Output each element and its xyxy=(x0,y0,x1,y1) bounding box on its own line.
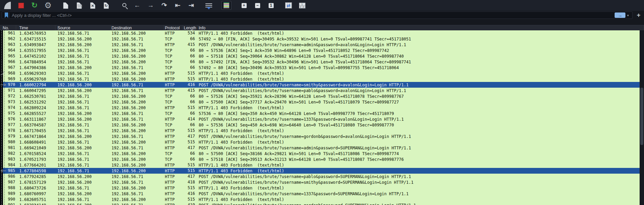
save-file-button[interactable]: 0101 1010 xyxy=(74,1,84,10)
cell-info: 80 → 57518 [ACK] Seq=39064 Ack=30862 Win… xyxy=(198,54,644,59)
cell-protocol: TCP xyxy=(164,48,183,53)
goto-packet-button[interactable]: ↷ xyxy=(159,1,169,10)
packet-row[interactable]: 9741.662809224192.168.56.71192.168.56.20… xyxy=(0,105,644,111)
start-capture-button[interactable] xyxy=(2,1,13,10)
open-file-button[interactable] xyxy=(60,1,71,10)
packet-row[interactable]: 9751.662855527192.168.56.200192.168.56.7… xyxy=(0,111,644,116)
packet-row[interactable]: 9831.670521793192.168.56.71192.168.56.20… xyxy=(0,156,644,162)
packet-row[interactable]: 9671.647904386192.168.56.200192.168.56.7… xyxy=(0,65,644,70)
cell-source: 192.168.56.200 xyxy=(55,174,111,179)
column-header-destination[interactable]: Destination xyxy=(111,25,164,30)
cell-info: POST /DVWA/vulnerabilities/brute/?userna… xyxy=(198,180,644,185)
column-header-source[interactable]: Source xyxy=(55,25,111,30)
cell-destination: 192.168.56.200 xyxy=(111,60,164,64)
scrollbar-thumb[interactable] xyxy=(640,88,643,145)
packet-row[interactable]: 9841.677664201192.168.56.71192.168.56.20… xyxy=(0,162,644,168)
stop-capture-button[interactable] xyxy=(16,1,26,10)
zoom-in-button[interactable]: + xyxy=(239,1,249,10)
zoom-out-button[interactable]: − xyxy=(252,1,263,10)
capture-options-button[interactable]: ⚙ xyxy=(43,1,53,10)
bookmark-icon[interactable] xyxy=(5,12,8,18)
packet-row[interactable]: 9791.667471864192.168.56.200192.168.56.7… xyxy=(0,134,644,139)
packet-row[interactable]: 9651.647452102192.168.56.71192.168.56.20… xyxy=(0,53,644,59)
packet-row[interactable]: 9801.668608491192.168.56.71192.168.56.20… xyxy=(0,139,644,145)
packet-row[interactable]: 9611.634576953192.168.56.71192.168.56.20… xyxy=(0,30,644,36)
packet-row[interactable]: 9731.662531292192.168.56.71192.168.56.20… xyxy=(0,99,644,105)
cell-length: 417 xyxy=(183,174,198,179)
column-header-time[interactable]: Time xyxy=(16,25,55,30)
next-packet-button[interactable]: → xyxy=(146,1,156,10)
packet-row[interactable]: 9681.659629303192.168.56.71192.168.56.20… xyxy=(0,70,644,76)
packet-row[interactable]: 9701.660022794192.168.56.200192.168.56.7… xyxy=(0,82,644,88)
cell-time: 1.634715515 xyxy=(16,37,55,41)
filter-apply-button[interactable]: → xyxy=(615,12,625,18)
packet-row[interactable]: 9891.680760997192.168.56.200192.168.56.7… xyxy=(0,191,644,197)
cell-time: 1.677664201 xyxy=(16,163,55,168)
cell-destination: 192.168.56.200 xyxy=(111,140,164,145)
cell-destination: 192.168.56.200 xyxy=(111,197,164,202)
display-filter-input[interactable]: Apply a display filter ... <Ctrl-/> → ▾ xyxy=(2,11,633,19)
packet-row[interactable]: 9811.669421049192.168.56.200192.168.56.7… xyxy=(0,145,644,151)
packet-row[interactable]: 9691.659629760192.168.56.71192.168.56.20… xyxy=(0,76,644,82)
cell-info: HTTP/1.1 403 Forbidden (text/html) xyxy=(198,106,644,110)
cell-time: 1.660022794 xyxy=(16,83,55,87)
close-file-button[interactable]: ✕ xyxy=(88,1,98,10)
cell-destination: 192.168.56.71 xyxy=(111,180,164,185)
restart-icon: ↻ xyxy=(31,2,38,9)
packet-row[interactable]: 9621.634715515192.168.56.200192.168.56.7… xyxy=(0,36,644,42)
packet-row[interactable]: 9641.635517955192.168.56.71192.168.56.20… xyxy=(0,48,644,53)
packet-row[interactable]: 9871.678157129192.168.56.200192.168.56.7… xyxy=(0,179,644,185)
packet-row[interactable]: 9861.677924285192.168.56.200192.168.56.7… xyxy=(0,174,644,179)
packet-row[interactable]: 9821.670158524192.168.56.71192.168.56.20… xyxy=(0,151,644,156)
restart-capture-button[interactable]: ↻ xyxy=(29,1,40,10)
vertical-scrollbar[interactable] xyxy=(640,30,644,205)
colorize-button[interactable] xyxy=(221,1,231,10)
filter-add-button[interactable]: + xyxy=(635,11,642,19)
related-packets-gutter xyxy=(0,30,3,205)
column-header-protocol[interactable]: Protocol xyxy=(164,25,183,30)
cell-length: 515 xyxy=(183,162,198,168)
packet-row[interactable]: 9711.660047295192.168.56.200192.168.56.7… xyxy=(0,88,644,93)
gear-icon: ⚙ xyxy=(44,1,52,9)
arrow-to-end-icon: ⇥ xyxy=(189,2,194,9)
cell-source: 192.168.56.71 xyxy=(55,151,111,156)
cell-time: 1.682834148 xyxy=(16,203,55,205)
cell-time: 1.668608491 xyxy=(16,140,55,145)
autoscroll-icon xyxy=(205,3,212,7)
cell-destination: 192.168.56.200 xyxy=(111,77,164,82)
cell-length: 66 xyxy=(183,156,198,162)
packet-row[interactable]: 9661.647884954192.168.56.71192.168.56.20… xyxy=(0,59,644,65)
colorize-icon xyxy=(223,2,229,8)
cell-time: 1.677924285 xyxy=(16,174,55,179)
resize-columns-button[interactable] xyxy=(283,1,294,10)
cell-destination: 192.168.56.71 xyxy=(111,146,164,150)
packet-row[interactable]: 9771.663704587192.168.56.71192.168.56.20… xyxy=(0,122,644,128)
cell-length: 415 xyxy=(183,88,198,93)
column-header-info[interactable]: Info xyxy=(198,25,644,30)
filter-placeholder: Apply a display filter ... <Ctrl-/> xyxy=(12,13,72,18)
previous-packet-button[interactable]: ← xyxy=(132,1,142,10)
packet-row[interactable]: 9851.677804598192.168.56.71192.168.56.20… xyxy=(0,168,644,174)
column-header-length[interactable]: Length xyxy=(183,25,198,30)
packet-row[interactable]: 9881.680473726192.168.56.71192.168.56.20… xyxy=(0,185,644,191)
first-packet-button[interactable]: ⇤ xyxy=(173,1,183,10)
cell-destination: 192.168.56.200 xyxy=(111,48,164,53)
packet-row[interactable]: 9781.667170455192.168.56.71192.168.56.20… xyxy=(0,128,644,134)
column-header-no[interactable]: No. xyxy=(0,25,16,30)
find-packet-button[interactable] xyxy=(119,1,129,10)
cell-source: 192.168.56.200 xyxy=(55,42,111,47)
packet-row[interactable]: 9761.663111867192.168.56.200192.168.56.7… xyxy=(0,116,644,122)
cell-info: POST /DVWA/vulnerabilities/brute/?userna… xyxy=(198,203,644,205)
last-packet-button[interactable]: ⇥ xyxy=(186,1,196,10)
packet-row[interactable]: 9721.662530781192.168.56.71192.168.56.20… xyxy=(0,93,644,99)
cell-destination: 192.168.56.200 xyxy=(111,128,164,133)
packet-row[interactable]: 9911.682834148192.168.56.200192.168.56.7… xyxy=(0,202,644,205)
arrow-left-icon xyxy=(0,168,7,174)
zoom-100-button[interactable]: 1 xyxy=(266,1,276,10)
layout-button[interactable]: 123 xyxy=(297,1,307,10)
filter-dropdown-caret-icon[interactable]: ▾ xyxy=(627,13,629,17)
auto-scroll-button[interactable] xyxy=(204,1,214,10)
packet-row[interactable]: 9631.634993847192.168.56.200192.168.56.7… xyxy=(0,42,644,48)
packet-row[interactable]: 9901.682605751192.168.56.71192.168.56.20… xyxy=(0,197,644,202)
reload-file-button[interactable]: ↻ xyxy=(101,1,111,10)
